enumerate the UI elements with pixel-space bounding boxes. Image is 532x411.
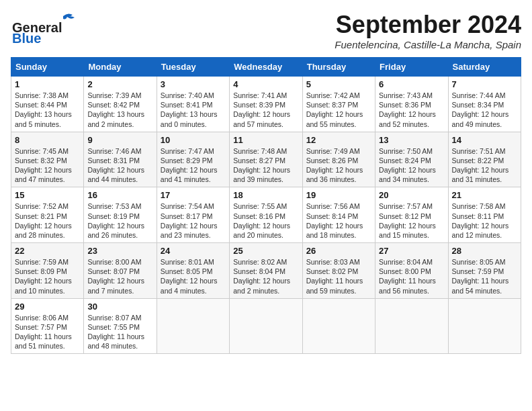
calendar-cell: 5 Sunrise: 7:42 AM Sunset: 8:37 PM Dayli… (302, 77, 375, 132)
day-info: Sunrise: 7:44 AM Sunset: 8:34 PM Dayligh… (452, 91, 517, 129)
weekday-header-tuesday: Tuesday (157, 58, 229, 77)
sunrise-label: Sunrise: 7:59 AM (15, 258, 69, 266)
weekday-header-saturday: Saturday (448, 58, 521, 77)
day-number: 18 (233, 190, 298, 200)
day-info: Sunrise: 7:56 AM Sunset: 8:14 PM Dayligh… (306, 201, 371, 240)
sunset-label: Sunset: 8:16 PM (233, 212, 285, 220)
sunrise-label: Sunrise: 8:06 AM (15, 314, 69, 322)
calendar-cell: 3 Sunrise: 7:40 AM Sunset: 8:41 PM Dayli… (157, 77, 229, 132)
day-info: Sunrise: 8:01 AM Sunset: 8:05 PM Dayligh… (161, 257, 226, 295)
day-number: 12 (306, 135, 371, 145)
daylight-label: Daylight: 13 hours and 0 minutes. (161, 110, 218, 128)
day-number: 16 (87, 190, 152, 200)
day-number: 14 (452, 135, 517, 145)
day-number: 3 (161, 79, 226, 89)
day-info: Sunrise: 7:43 AM Sunset: 8:36 PM Dayligh… (379, 91, 444, 129)
day-info: Sunrise: 7:48 AM Sunset: 8:27 PM Dayligh… (233, 146, 298, 185)
day-info: Sunrise: 7:41 AM Sunset: 8:39 PM Dayligh… (233, 91, 298, 129)
sunrise-label: Sunrise: 7:38 AM (15, 91, 69, 99)
sunrise-label: Sunrise: 7:43 AM (379, 91, 433, 99)
calendar-week-4: 22 Sunrise: 7:59 AM Sunset: 8:09 PM Dayl… (11, 243, 521, 299)
day-number: 13 (379, 135, 444, 145)
calendar-cell (448, 298, 521, 354)
sunrise-label: Sunrise: 7:46 AM (87, 147, 141, 155)
day-number: 20 (379, 190, 444, 200)
day-info: Sunrise: 7:45 AM Sunset: 8:32 PM Dayligh… (15, 146, 80, 185)
day-number: 1 (15, 79, 80, 89)
daylight-label: Daylight: 12 hours and 34 minutes. (379, 166, 436, 183)
sunrise-label: Sunrise: 8:02 AM (233, 258, 287, 266)
day-number: 11 (233, 135, 298, 145)
sunrise-label: Sunrise: 7:50 AM (379, 147, 433, 155)
calendar-cell: 9 Sunrise: 7:46 AM Sunset: 8:31 PM Dayli… (84, 132, 157, 187)
calendar-cell: 15 Sunrise: 7:52 AM Sunset: 8:21 PM Dayl… (11, 187, 84, 243)
sunset-label: Sunset: 8:00 PM (379, 267, 431, 275)
day-info: Sunrise: 8:07 AM Sunset: 7:55 PM Dayligh… (87, 313, 152, 351)
sunrise-label: Sunrise: 7:57 AM (379, 202, 433, 210)
day-number: 10 (161, 135, 226, 145)
calendar-week-1: 1 Sunrise: 7:38 AM Sunset: 8:44 PM Dayli… (11, 77, 521, 132)
day-info: Sunrise: 7:57 AM Sunset: 8:12 PM Dayligh… (379, 201, 444, 240)
weekday-header-friday: Friday (375, 58, 448, 77)
weekday-header-thursday: Thursday (302, 58, 375, 77)
sunrise-label: Sunrise: 7:48 AM (233, 147, 287, 155)
day-number: 19 (306, 190, 371, 200)
month-title: September 2024 (335, 11, 521, 39)
sunset-label: Sunset: 8:02 PM (306, 267, 359, 275)
day-info: Sunrise: 7:50 AM Sunset: 8:24 PM Dayligh… (379, 146, 444, 185)
calendar-cell: 29 Sunrise: 8:06 AM Sunset: 7:57 PM Dayl… (11, 298, 84, 354)
calendar-week-2: 8 Sunrise: 7:45 AM Sunset: 8:32 PM Dayli… (11, 132, 521, 187)
day-number: 28 (452, 246, 517, 256)
day-info: Sunrise: 7:53 AM Sunset: 8:19 PM Dayligh… (87, 201, 152, 240)
calendar-cell: 7 Sunrise: 7:44 AM Sunset: 8:34 PM Dayli… (448, 77, 521, 132)
day-number: 4 (233, 79, 298, 89)
calendar-cell: 16 Sunrise: 7:53 AM Sunset: 8:19 PM Dayl… (84, 187, 157, 243)
sunrise-label: Sunrise: 8:01 AM (161, 258, 214, 266)
daylight-label: Daylight: 12 hours and 57 minutes. (233, 110, 290, 128)
daylight-label: Daylight: 12 hours and 23 minutes. (161, 222, 218, 239)
daylight-label: Daylight: 12 hours and 28 minutes. (15, 222, 72, 239)
calendar-cell (302, 298, 375, 354)
sunrise-label: Sunrise: 8:03 AM (306, 258, 360, 266)
daylight-label: Daylight: 12 hours and 18 minutes. (306, 222, 363, 239)
sunrise-label: Sunrise: 7:41 AM (233, 91, 287, 99)
calendar-cell: 20 Sunrise: 7:57 AM Sunset: 8:12 PM Dayl… (375, 187, 448, 243)
sunrise-label: Sunrise: 7:39 AM (87, 91, 141, 99)
calendar-cell: 24 Sunrise: 8:01 AM Sunset: 8:05 PM Dayl… (157, 243, 229, 299)
day-info: Sunrise: 7:39 AM Sunset: 8:42 PM Dayligh… (87, 91, 152, 129)
daylight-label: Daylight: 13 hours and 2 minutes. (87, 110, 144, 128)
daylight-label: Daylight: 12 hours and 41 minutes. (161, 166, 218, 183)
logo: General Blue (11, 11, 85, 46)
day-info: Sunrise: 7:40 AM Sunset: 8:41 PM Dayligh… (161, 91, 226, 129)
calendar-week-3: 15 Sunrise: 7:52 AM Sunset: 8:21 PM Dayl… (11, 187, 521, 243)
title-area: September 2024 Fuentelencina, Castille-L… (335, 11, 521, 50)
calendar-cell: 18 Sunrise: 7:55 AM Sunset: 8:16 PM Dayl… (230, 187, 302, 243)
calendar-cell: 6 Sunrise: 7:43 AM Sunset: 8:36 PM Dayli… (375, 77, 448, 132)
sunrise-label: Sunrise: 7:52 AM (15, 202, 69, 210)
day-info: Sunrise: 7:38 AM Sunset: 8:44 PM Dayligh… (15, 91, 80, 129)
sunrise-label: Sunrise: 8:07 AM (87, 314, 141, 322)
daylight-label: Daylight: 12 hours and 39 minutes. (233, 166, 290, 183)
calendar-cell (230, 298, 302, 354)
day-number: 22 (15, 246, 80, 256)
sunset-label: Sunset: 8:22 PM (452, 156, 504, 165)
day-info: Sunrise: 7:46 AM Sunset: 8:31 PM Dayligh… (87, 146, 152, 185)
day-number: 23 (87, 246, 152, 256)
day-number: 21 (452, 190, 517, 200)
daylight-label: Daylight: 12 hours and 36 minutes. (306, 166, 363, 183)
calendar-cell: 17 Sunrise: 7:54 AM Sunset: 8:17 PM Dayl… (157, 187, 229, 243)
calendar-cell: 30 Sunrise: 8:07 AM Sunset: 7:55 PM Dayl… (84, 298, 157, 354)
day-info: Sunrise: 8:04 AM Sunset: 8:00 PM Dayligh… (379, 257, 444, 295)
calendar-cell: 25 Sunrise: 8:02 AM Sunset: 8:04 PM Dayl… (230, 243, 302, 299)
daylight-label: Daylight: 12 hours and 49 minutes. (452, 110, 509, 128)
logo-svg: General Blue (11, 11, 85, 43)
daylight-label: Daylight: 12 hours and 55 minutes. (306, 110, 363, 128)
sunrise-label: Sunrise: 7:49 AM (306, 147, 360, 155)
day-number: 5 (306, 79, 371, 89)
sunset-label: Sunset: 8:19 PM (87, 212, 140, 220)
sunset-label: Sunset: 8:31 PM (87, 156, 140, 165)
day-info: Sunrise: 8:03 AM Sunset: 8:02 PM Dayligh… (306, 257, 371, 295)
location-subtitle: Fuentelencina, Castille-La Mancha, Spain (335, 39, 521, 50)
calendar-cell: 12 Sunrise: 7:49 AM Sunset: 8:26 PM Dayl… (302, 132, 375, 187)
day-number: 27 (379, 246, 444, 256)
